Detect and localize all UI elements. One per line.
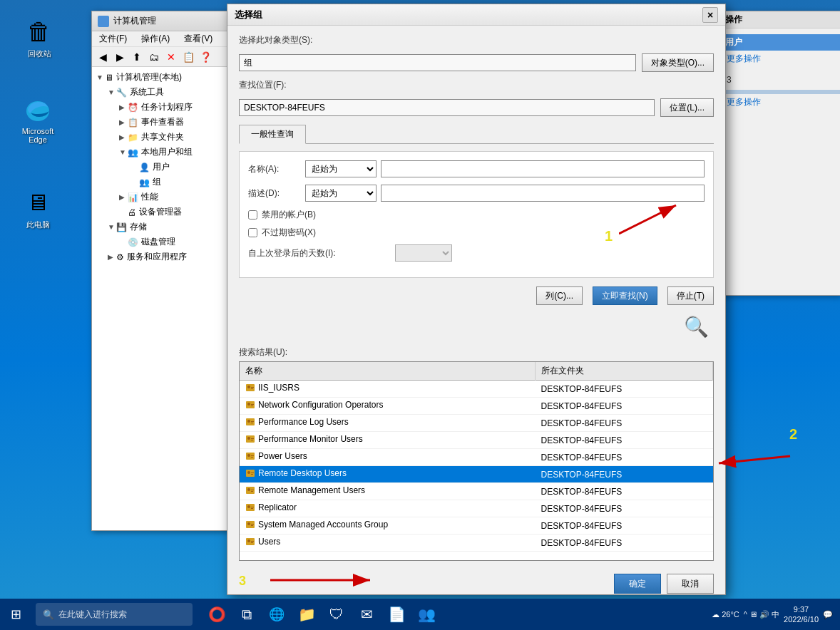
svg-rect-7: [251, 404, 254, 405]
desc-query-input[interactable]: [381, 185, 705, 202]
ops-more-actions-2[interactable]: 更多操作: [719, 94, 840, 110]
no-expire-checkbox[interactable]: [248, 228, 257, 237]
disabled-accounts-checkbox[interactable]: [248, 210, 257, 220]
select-group-dialog: 选择组 × 选择此对象类型(S): 对象类型(O)... 查找位置(F): 位置…: [227, 4, 726, 595]
svg-rect-14: [247, 437, 250, 440]
desc-query-select[interactable]: 起始为: [305, 185, 377, 202]
row-folder-cell: DESKTOP-84FEUFS: [536, 535, 713, 552]
name-query-row: 名称(A): 起始为: [248, 160, 705, 177]
cancel-btn[interactable]: 取消: [667, 574, 714, 594]
svg-rect-32: [251, 508, 253, 509]
table-row[interactable]: Remote Desktop UsersDESKTOP-84FEUFS: [240, 466, 713, 483]
taskbar-tray-icons[interactable]: ^ 🖥 🔊 中: [744, 609, 779, 620]
this-pc-label: 此电脑: [26, 220, 50, 230]
taskbar-edge[interactable]: 🌐: [262, 600, 291, 629]
find-now-btn[interactable]: 立即查找(N): [593, 286, 657, 305]
annotation-3: 3: [239, 574, 246, 589]
row-folder-cell: DESKTOP-84FEUFS: [536, 466, 713, 483]
svg-rect-30: [247, 505, 250, 508]
toolbar-up[interactable]: ⬆: [129, 49, 145, 65]
svg-rect-26: [247, 488, 250, 491]
this-pc-icon[interactable]: 🖥 此电脑: [13, 185, 63, 233]
toolbar-props[interactable]: 📋: [180, 49, 196, 65]
taskbar-time[interactable]: 9:37 2022/6/10: [784, 604, 819, 625]
taskbar-mail[interactable]: ✉: [352, 600, 381, 629]
recycle-bin-label: 回收站: [28, 48, 51, 59]
ops-section-1: 用户 更多操作: [719, 29, 840, 70]
toolbar-show-hide[interactable]: 🗂: [146, 49, 162, 65]
stop-btn[interactable]: 停止(T): [667, 286, 714, 305]
column-btn[interactable]: 列(C)...: [536, 286, 583, 305]
table-row[interactable]: IIS_IUSRSDESKTOP-84FEUFS: [240, 381, 713, 398]
table-row[interactable]: UsersDESKTOP-84FEUFS: [240, 535, 713, 552]
toolbar-delete[interactable]: ✕: [163, 49, 179, 65]
ops-panel: 操作 用户 更多操作 3 更多操作: [719, 11, 840, 296]
svg-rect-11: [251, 421, 254, 422]
svg-rect-4: [251, 388, 253, 389]
row-folder-cell: DESKTOP-84FEUFS: [536, 517, 713, 535]
taskbar-search[interactable]: 🔍 在此键入进行搜索: [36, 603, 193, 626]
name-query-select[interactable]: 起始为: [305, 160, 377, 177]
table-row[interactable]: Power UsersDESKTOP-84FEUFS: [240, 449, 713, 466]
toolbar-back[interactable]: ◀: [95, 49, 111, 65]
row-name-cell: Users: [240, 535, 536, 552]
dialog-titlebar: 选择组 ×: [227, 4, 725, 26]
object-type-input[interactable]: [239, 54, 636, 71]
svg-rect-34: [247, 522, 250, 525]
recycle-bin-icon[interactable]: 🗑 回收站: [14, 14, 64, 62]
table-row[interactable]: Performance Monitor UsersDESKTOP-84FEUFS: [240, 432, 713, 449]
desc-query-label: 描述(D):: [248, 187, 305, 200]
ops-title: 操作: [719, 11, 840, 29]
location-input[interactable]: [239, 99, 655, 116]
menu-ops[interactable]: 操作(A): [137, 31, 174, 46]
svg-rect-38: [247, 539, 250, 542]
menu-file[interactable]: 文件(F): [95, 31, 131, 46]
svg-rect-15: [251, 438, 254, 439]
taskbar-cortana[interactable]: ⭕: [203, 600, 231, 629]
table-row[interactable]: ReplicatorDESKTOP-84FEUFS: [240, 500, 713, 517]
arrow-3-svg: [270, 569, 384, 591]
days-select[interactable]: [395, 244, 452, 262]
svg-rect-39: [251, 541, 254, 542]
table-row[interactable]: Network Configuration OperatorsDESKTOP-8…: [240, 398, 713, 415]
svg-rect-35: [251, 524, 254, 525]
row-name-cell: Remote Desktop Users: [240, 466, 536, 483]
taskbar-weather: ☁ 26°C: [712, 610, 739, 619]
taskbar-folder[interactable]: 📁: [292, 600, 321, 629]
toolbar-help[interactable]: ❓: [198, 49, 213, 65]
table-row[interactable]: Remote Management UsersDESKTOP-84FEUFS: [240, 483, 713, 500]
taskbar-notification[interactable]: 💬: [823, 610, 833, 619]
days-label: 自上次登录后的天数(I):: [248, 247, 391, 259]
edge-icon[interactable]: Microsoft Edge: [13, 93, 63, 147]
taskbar-people[interactable]: 👥: [412, 600, 441, 629]
location-label-row: 查找位置(F):: [239, 79, 714, 91]
query-panel: 名称(A): 起始为 描述(D): 起始为 禁: [239, 151, 714, 278]
row-name-cell: System Managed Accounts Group: [240, 517, 536, 535]
object-type-label: 选择此对象类型(S):: [239, 34, 324, 46]
taskbar-shield[interactable]: 🛡: [322, 600, 351, 629]
ops-more-actions-1[interactable]: 更多操作: [719, 51, 840, 67]
start-button[interactable]: ⊞: [0, 599, 31, 630]
toolbar-forward[interactable]: ▶: [112, 49, 128, 65]
svg-rect-36: [251, 525, 253, 526]
menu-view[interactable]: 查看(V): [180, 31, 217, 46]
object-type-btn[interactable]: 对象类型(O)...: [642, 53, 714, 72]
tab-general-query[interactable]: 一般性查询: [239, 125, 306, 144]
row-name-cell: Replicator: [240, 500, 536, 517]
taskbar-notepad[interactable]: 📄: [382, 600, 411, 629]
table-row[interactable]: System Managed Accounts GroupDESKTOP-84F…: [240, 517, 713, 535]
row-folder-cell: DESKTOP-84FEUFS: [536, 483, 713, 500]
location-input-row: 位置(L)...: [239, 98, 714, 117]
desc-query-row: 描述(D): 起始为: [248, 185, 705, 202]
taskbar-task-view[interactable]: ⧉: [232, 600, 261, 629]
svg-rect-6: [247, 403, 250, 406]
taskbar: ⊞ 🔍 在此键入进行搜索 ⭕ ⧉ 🌐 📁 🛡 ✉ 📄 👥 ☁ 26°C ^ 🖥 …: [0, 599, 840, 630]
dialog-close-btn[interactable]: ×: [702, 7, 718, 23]
location-btn[interactable]: 位置(L)...: [660, 98, 714, 117]
name-query-input[interactable]: [381, 160, 705, 177]
table-row[interactable]: Performance Log UsersDESKTOP-84FEUFS: [240, 415, 713, 432]
search-magnifier-icon: 🔍: [678, 312, 714, 341]
ops-section-users-title: 用户: [719, 34, 840, 51]
svg-rect-10: [247, 420, 250, 423]
confirm-btn[interactable]: 确定: [614, 574, 661, 594]
